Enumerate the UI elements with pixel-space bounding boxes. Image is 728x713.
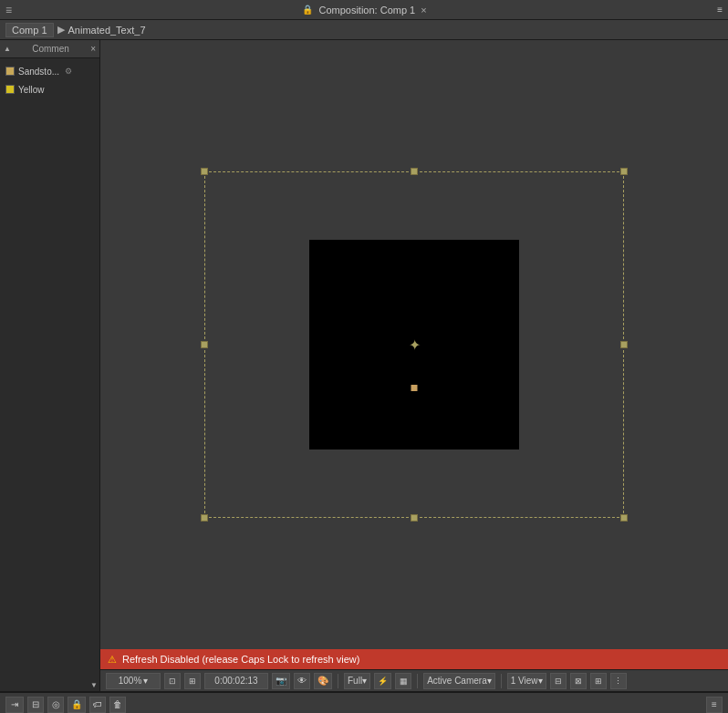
refresh-warning-icon: ⚠ [108, 654, 117, 666]
separator2 [417, 674, 418, 688]
sandstone-label: Sandsto... [18, 67, 59, 77]
fast-preview-btn[interactable]: ⚡ [374, 673, 391, 689]
tl-menu-btn[interactable]: ≡ [706, 697, 723, 713]
breadcrumb-comp1[interactable]: Comp 1 [5, 23, 54, 37]
anchor-dot [411, 385, 418, 391]
left-panel: ▲ Commen × Sandsto... ⚙ Yellow ▼ [0, 40, 100, 691]
zoom-value: 100% [119, 676, 142, 686]
zoom-control[interactable]: 100% ▾ [106, 673, 161, 689]
color-picker-btn[interactable]: 🎨 [314, 673, 332, 689]
yellow-swatch [5, 85, 15, 94]
zoom-dropdown-arrow: ▾ [143, 676, 148, 686]
viewer-layout-btn3[interactable]: ⊞ [590, 673, 607, 689]
left-panel-body: Sandsto... ⚙ Yellow [0, 58, 99, 679]
timecode-display[interactable]: 0:00:02:13 [204, 673, 268, 689]
breadcrumb-arrow: ▶ [57, 24, 65, 36]
viewer-layout-btn1[interactable]: ⊟ [550, 673, 567, 689]
sandstone-swatch [5, 67, 15, 76]
side-handle-t[interactable] [411, 168, 418, 175]
corner-handle-tl[interactable] [201, 168, 208, 175]
window-topbar: ≡ 🔒 Composition: Comp 1 × ≡ [0, 0, 728, 20]
timeline-area: ⇥ ⊟ ◎ 🔒 🏷 🗑 ≡ Mode T TrkMat Parent Norma… [0, 691, 728, 713]
left-panel-scroll-down[interactable]: ▼ [90, 681, 98, 689]
center-panel: ✦ ⚠ Refresh Disabled (release Caps Lock … [100, 40, 728, 691]
corner-handle-br[interactable] [620, 514, 628, 522]
comp-viewer[interactable]: ✦ [100, 40, 728, 649]
tl-lock-btn[interactable]: 🔒 [68, 697, 86, 713]
refresh-bar: ⚠ Refresh Disabled (release Caps Lock to… [100, 649, 728, 669]
view-arrow: ▾ [538, 676, 543, 686]
fit-comp-btn[interactable]: ⊡ [164, 673, 181, 689]
camera-arrow: ▾ [487, 676, 492, 686]
camera-dropdown[interactable]: Active Camera ▾ [423, 673, 495, 689]
timecode-value: 0:00:02:13 [214, 676, 257, 686]
lock-icon[interactable]: 🔒 [302, 5, 313, 15]
quality-arrow: ▾ [362, 676, 367, 686]
view-dropdown[interactable]: 1 View ▾ [507, 673, 546, 689]
center-crosshair: ✦ [409, 336, 421, 354]
side-handle-l[interactable] [201, 341, 208, 348]
left-panel-comment-label: Commen [32, 44, 69, 54]
comp-canvas: ✦ [204, 171, 624, 518]
tl-label-btn[interactable]: 🏷 [89, 697, 106, 713]
quality-value: Full [348, 676, 362, 686]
project-item-yellow[interactable]: Yellow [4, 80, 96, 98]
panel-icon[interactable]: ≡ [5, 4, 12, 16]
quality-dropdown[interactable]: Full ▾ [344, 673, 370, 689]
left-panel-header: ▲ Commen × [0, 40, 99, 58]
main-layout: ▲ Commen × Sandsto... ⚙ Yellow ▼ [0, 40, 728, 691]
refresh-bar-message: Refresh Disabled (release Caps Lock to r… [122, 654, 359, 665]
corner-handle-bl[interactable] [201, 514, 208, 522]
window-menu-icon[interactable]: ≡ [717, 5, 723, 15]
sandstone-props-icon[interactable]: ⚙ [65, 67, 72, 76]
yellow-label: Yellow [18, 85, 45, 95]
tl-solo-btn[interactable]: ◎ [47, 697, 64, 713]
left-panel-scroll-up[interactable]: ▲ [4, 45, 11, 53]
tab-close-icon[interactable]: × [421, 5, 426, 16]
separator3 [501, 674, 502, 688]
tl-expand-btn[interactable]: ⇥ [5, 697, 24, 713]
viewer-layout-btn4[interactable]: ⋮ [610, 673, 627, 689]
side-handle-b[interactable] [411, 514, 418, 522]
breadcrumb-bar: Comp 1 ▶ Animated_Text_7 [0, 20, 728, 40]
tl-hide-btn[interactable]: ⊟ [27, 697, 44, 713]
tl-delete-btn[interactable]: 🗑 [109, 697, 126, 713]
left-panel-close-btn[interactable]: × [90, 44, 96, 54]
snapshot-btn[interactable]: 📷 [272, 673, 290, 689]
corner-handle-tr[interactable] [620, 168, 628, 175]
transparency-btn[interactable]: ▦ [395, 673, 411, 689]
viewer-layout-btn2[interactable]: ⊠ [570, 673, 587, 689]
breadcrumb-animated-text: Animated_Text_7 [68, 25, 146, 36]
viewer-controls: 100% ▾ ⊡ ⊞ 0:00:02:13 📷 👁 🎨 Full ▾ ⚡ ▦ A… [100, 669, 728, 691]
comp-black-canvas: ✦ [309, 240, 519, 450]
view-value: 1 View [511, 676, 538, 686]
side-handle-r[interactable] [620, 341, 628, 348]
separator1 [338, 674, 338, 688]
grid-btn[interactable]: ⊞ [184, 673, 201, 689]
show-channel-btn[interactable]: 👁 [294, 673, 310, 689]
window-title: Composition: Comp 1 [318, 5, 415, 16]
camera-value: Active Camera [427, 676, 487, 686]
breadcrumb-comp1-label: Comp 1 [12, 25, 47, 36]
timeline-toolbar: ⇥ ⊟ ◎ 🔒 🏷 🗑 ≡ [0, 693, 728, 713]
project-item-sandstone[interactable]: Sandsto... ⚙ [4, 62, 96, 80]
